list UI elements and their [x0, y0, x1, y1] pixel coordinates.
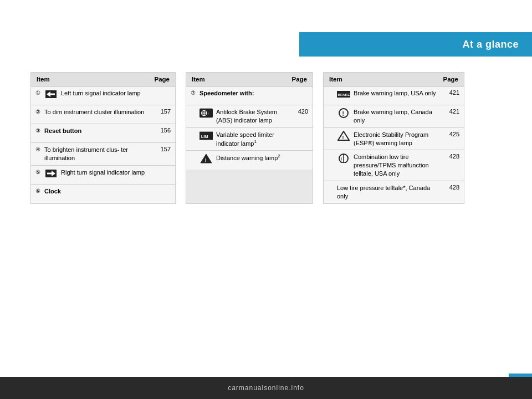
table-row: ! Distance warning lamp2: [186, 151, 313, 170]
table-row: ① Left turn signal indicator lamp: [31, 86, 175, 105]
svg-text:LIM: LIM: [201, 134, 208, 139]
table-3-header: Item Page: [324, 73, 464, 86]
circle-exclamation-icon: !: [337, 108, 350, 118]
table-2: Item Page ⑦ Speedometer with: ! Antilock…: [186, 72, 313, 204]
bottom-bar-text: carmanualsonline.info: [228, 384, 304, 392]
table-2-col-page: Page: [288, 76, 307, 83]
arrow-right-icon: [44, 168, 58, 178]
svg-rect-5: [47, 172, 53, 174]
table-3: Item Page BRAKE Brake warning lamp, USA …: [323, 72, 464, 204]
esp-icon: !: [337, 131, 350, 141]
abs-icon: !: [200, 108, 213, 118]
svg-text:): ): [341, 156, 342, 161]
table-2-col-item: Item: [192, 76, 288, 83]
table-row: ! Antilock Brake System (ABS) indicator …: [186, 105, 313, 128]
page-title: At a glance: [462, 39, 519, 50]
svg-text:BRAKE: BRAKE: [338, 93, 350, 96]
table-row: BRAKE Brake warning lamp, USA only 421: [324, 86, 464, 105]
table-1-col-page: Page: [150, 76, 170, 83]
svg-rect-2: [49, 94, 55, 95]
arrow-left-icon: [44, 89, 58, 99]
table-row: ⑦ Speedometer with:: [186, 86, 313, 105]
tables-container: Item Page ① Left turn signal indicator l…: [30, 72, 464, 204]
lim-icon: LIM: [200, 131, 213, 141]
table-2-header: Item Page: [186, 73, 313, 86]
table-row: LIM Variable speed limiter indicator lam…: [186, 128, 313, 151]
svg-text:!: !: [342, 135, 344, 140]
table-1-col-item: Item: [37, 76, 150, 83]
table-row: ! Electronic Stability Program (ESP®) wa…: [324, 128, 464, 151]
table-1-header: Item Page: [31, 73, 175, 86]
triangle-warning-icon: !: [200, 154, 213, 163]
brake-icon: BRAKE: [337, 89, 350, 99]
table-row: ! Brake warning lamp, Canada only 421: [324, 105, 464, 128]
table-row: ⑥ Clock: [31, 185, 175, 203]
svg-text:!: !: [205, 157, 207, 163]
table-row: ) Combination low tire pressure/TPMS mal…: [324, 150, 464, 181]
svg-text:!: !: [208, 112, 209, 115]
table-3-col-item: Item: [329, 76, 439, 83]
tpms-icon: ): [337, 153, 350, 163]
table-3-col-page: Page: [439, 76, 458, 83]
table-row: ② To dim instrument cluster illumination…: [31, 105, 175, 124]
table-row: ⑤ Right turn signal indicator lamp: [31, 166, 175, 185]
bottom-bar: carmanualsonline.info: [0, 377, 532, 399]
table-row: Low tire pressure telltale*, Canada only…: [324, 181, 464, 203]
header-bar: At a glance: [299, 32, 532, 57]
table-1: Item Page ① Left turn signal indicator l…: [30, 72, 176, 204]
table-row: ③ Reset button 156: [31, 124, 175, 143]
table-row: ④ To brighten instrument clus- ter illum…: [31, 143, 175, 166]
svg-text:!: !: [342, 111, 344, 117]
